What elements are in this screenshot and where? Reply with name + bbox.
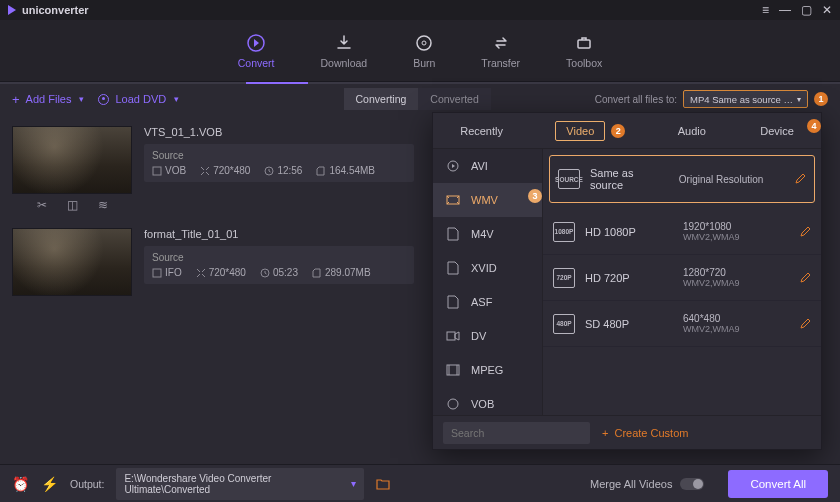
- menu-icon[interactable]: ≡: [762, 3, 769, 17]
- create-custom-button[interactable]: + Create Custom: [602, 427, 688, 439]
- source-label: Source: [152, 252, 406, 263]
- convert-icon: [246, 33, 266, 53]
- edit-icon[interactable]: [799, 318, 811, 330]
- container-stat: VOB: [152, 165, 186, 176]
- output-format-dropdown[interactable]: MP4 Same as source … ▾: [683, 90, 808, 108]
- top-nav: Convert Download Burn Transfer Toolbox: [0, 20, 840, 82]
- app-logo-icon: [8, 5, 16, 15]
- transfer-icon: [491, 33, 511, 53]
- convert-all-button[interactable]: Convert All: [728, 470, 828, 498]
- format-opt-avi[interactable]: AVI: [433, 149, 542, 183]
- video-file-icon: [445, 227, 461, 241]
- chevron-down-icon: ▾: [79, 94, 84, 104]
- step-badge-3: 3: [528, 189, 542, 203]
- load-dvd-button[interactable]: Load DVD ▾: [98, 93, 179, 105]
- minimize-icon[interactable]: —: [779, 3, 791, 17]
- tab-transfer-label: Transfer: [481, 57, 520, 69]
- resolution-icon: 720P: [553, 268, 575, 288]
- tab-convert[interactable]: Convert: [238, 33, 275, 69]
- resolution-stat: 720*480: [200, 165, 250, 176]
- output-format-value: MP4 Same as source …: [690, 94, 793, 105]
- disc-icon: [445, 397, 461, 411]
- output-path-dropdown[interactable]: E:\Wondershare Video Converter Ultimate\…: [116, 468, 364, 500]
- source-label: Source: [152, 150, 406, 161]
- download-icon: [334, 33, 354, 53]
- format-opt-m4v[interactable]: M4V: [433, 217, 542, 251]
- film-icon: [445, 193, 461, 207]
- film-icon: [445, 363, 461, 377]
- format-opt-xvid[interactable]: XVID: [433, 251, 542, 285]
- app-title: uniconverter: [22, 4, 89, 16]
- media-thumbnail[interactable]: [12, 126, 132, 194]
- close-icon[interactable]: ✕: [822, 3, 832, 17]
- format-search-input[interactable]: [443, 422, 590, 444]
- bottom-bar: ⏰ ⚡ Output: E:\Wondershare Video Convert…: [0, 464, 840, 502]
- resolution-480p[interactable]: 480P SD 480P 640*480WMV2,WMA9: [543, 301, 821, 347]
- resolution-same-as-source[interactable]: SOURCE Same as source 4 Original Resolut…: [549, 155, 815, 203]
- format-opt-mpeg[interactable]: MPEG: [433, 353, 542, 387]
- add-files-label: Add Files: [26, 93, 72, 105]
- merge-toggle[interactable]: [680, 478, 704, 490]
- effects-icon[interactable]: ≋: [98, 198, 108, 212]
- tab-burn[interactable]: Burn: [413, 33, 435, 69]
- add-files-button[interactable]: + Add Files ▾: [12, 93, 84, 106]
- format-opt-asf[interactable]: ASF: [433, 285, 542, 319]
- edit-icon[interactable]: [794, 173, 806, 185]
- step-badge-1: 1: [814, 92, 828, 106]
- output-path-value: E:\Wondershare Video Converter Ultimate\…: [124, 473, 351, 495]
- format-side-list[interactable]: AVI WMV3 M4V XVID ASF DV MPEG VOB: [433, 149, 543, 415]
- tab-indicator: [0, 82, 840, 84]
- plus-icon: +: [12, 93, 20, 106]
- segment-converted[interactable]: Converted: [418, 88, 490, 110]
- svg-point-2: [422, 41, 426, 45]
- media-thumbnail[interactable]: [12, 228, 132, 296]
- resolution-list: SOURCE Same as source 4 Original Resolut…: [543, 149, 821, 415]
- format-opt-wmv[interactable]: WMV3: [433, 183, 542, 217]
- convert-all-to-label: Convert all files to:: [595, 94, 677, 105]
- tab-toolbox-label: Toolbox: [566, 57, 602, 69]
- format-tab-audio[interactable]: Audio: [676, 121, 708, 141]
- svg-point-1: [417, 36, 431, 50]
- format-opt-vob[interactable]: VOB: [433, 387, 542, 415]
- resolution-1080p[interactable]: 1080P HD 1080P 1920*1080WMV2,WMA9: [543, 209, 821, 255]
- resolution-720p[interactable]: 720P HD 720P 1280*720WMV2,WMA9: [543, 255, 821, 301]
- trim-icon[interactable]: ✂: [37, 198, 47, 212]
- tab-download-label: Download: [320, 57, 367, 69]
- format-tab-recently[interactable]: Recently: [458, 121, 505, 141]
- output-label: Output:: [70, 478, 104, 490]
- tab-toolbox[interactable]: Toolbox: [566, 33, 602, 69]
- svg-rect-4: [153, 167, 161, 175]
- gpu-icon[interactable]: ⚡: [41, 476, 58, 492]
- format-tabs: Recently Video 2 Audio Device: [433, 113, 821, 149]
- edit-icon[interactable]: [799, 272, 811, 284]
- clock-icon[interactable]: ⏰: [12, 476, 29, 492]
- resolution-icon: 1080P: [553, 222, 575, 242]
- svg-rect-10: [447, 332, 455, 340]
- video-file-icon: [445, 261, 461, 275]
- svg-rect-3: [578, 40, 590, 48]
- tab-convert-label: Convert: [238, 57, 275, 69]
- maximize-icon[interactable]: ▢: [801, 3, 812, 17]
- format-tab-device[interactable]: Device: [758, 121, 796, 141]
- step-badge-2: 2: [611, 124, 625, 138]
- duration-stat: 05:23: [260, 267, 298, 278]
- svg-point-12: [448, 399, 458, 409]
- format-tab-video[interactable]: Video: [555, 121, 605, 141]
- source-box: Source IFO 720*480 05:23: [144, 246, 414, 284]
- merge-all-label: Merge All Videos: [590, 478, 672, 490]
- video-file-icon: [445, 295, 461, 309]
- action-bar: + Add Files ▾ Load DVD ▾ Converting Conv…: [0, 84, 840, 114]
- container-stat: IFO: [152, 267, 182, 278]
- burn-icon: [414, 33, 434, 53]
- chevron-down-icon: ▾: [174, 94, 179, 104]
- open-folder-icon[interactable]: [376, 478, 390, 490]
- video-file-icon: [445, 159, 461, 173]
- chevron-down-icon: ▾: [351, 478, 356, 489]
- edit-icon[interactable]: [799, 226, 811, 238]
- resolution-icon: SOURCE: [558, 169, 580, 189]
- crop-icon[interactable]: ◫: [67, 198, 78, 212]
- format-opt-dv[interactable]: DV: [433, 319, 542, 353]
- segment-converting[interactable]: Converting: [344, 88, 419, 110]
- tab-transfer[interactable]: Transfer: [481, 33, 520, 69]
- tab-download[interactable]: Download: [320, 33, 367, 69]
